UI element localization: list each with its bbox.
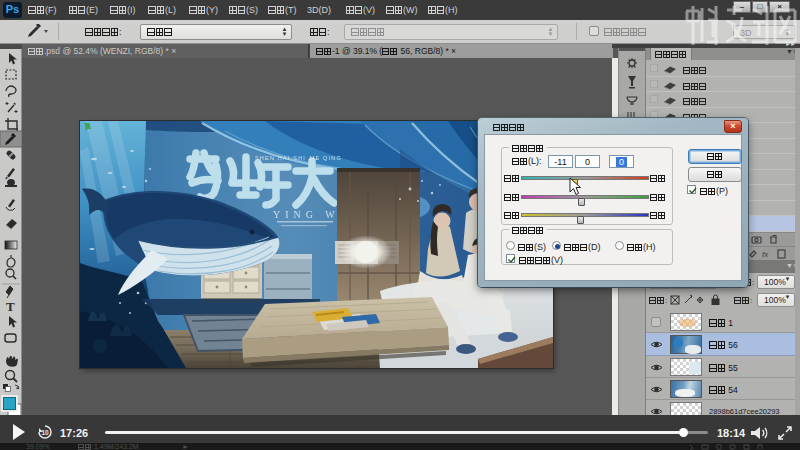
svg-text:T: T: [6, 299, 15, 314]
svg-text:10: 10: [42, 429, 50, 436]
svg-text:fx: fx: [762, 250, 769, 259]
